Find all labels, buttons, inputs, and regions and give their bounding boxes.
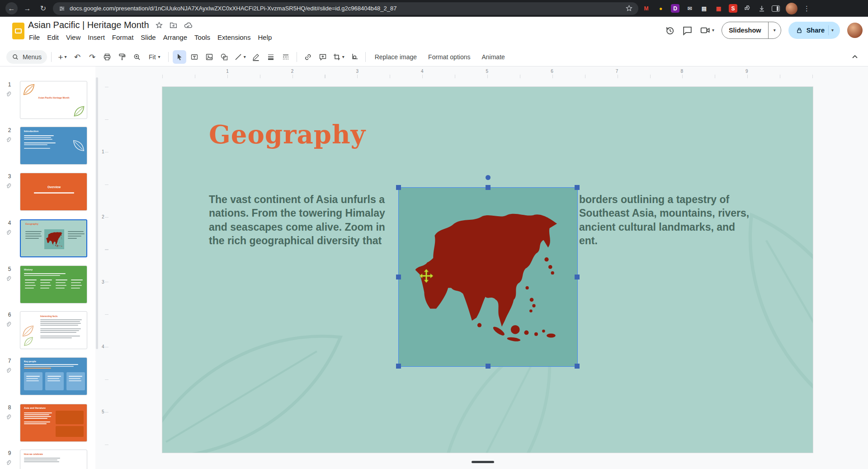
meet-button[interactable]: ▾ (700, 25, 714, 36)
new-slide-caret-icon[interactable]: ▾ (65, 55, 67, 59)
slideshow-caret-icon[interactable]: ▾ (768, 22, 781, 38)
menu-tools[interactable]: Tools (191, 32, 214, 43)
zoom-caret-icon[interactable]: ▾ (158, 55, 160, 59)
bookmark-icon[interactable] (625, 5, 633, 12)
address-bar[interactable]: docs.google.com/presentation/d/1nCiUukoN… (53, 2, 638, 15)
vertical-ruler-ticks (105, 87, 108, 453)
slide-thumbnail-2[interactable]: Introduction (20, 127, 87, 165)
filmstrip-scrollbar[interactable] (96, 77, 98, 349)
menu-view[interactable]: View (62, 32, 84, 43)
refresh-button[interactable]: ↻ (37, 2, 49, 14)
crop-image-button[interactable]: ▾ (331, 50, 346, 64)
menu-edit[interactable]: Edit (43, 32, 62, 43)
browser-menu-icon[interactable]: ⋮ (803, 5, 810, 13)
extension-icon[interactable]: ▤ (700, 4, 708, 13)
document-title[interactable]: Asian Pacific | Heritage Month (28, 20, 149, 30)
meet-caret-icon[interactable]: ▾ (712, 28, 714, 33)
animate-button[interactable]: Animate (476, 50, 509, 64)
menu-file[interactable]: File (25, 32, 43, 43)
slide-thumbnail-7[interactable]: Key people (20, 357, 87, 395)
menu-arrange[interactable]: Arrange (160, 32, 191, 43)
slide-thumbnail-4[interactable]: Geography (20, 219, 87, 257)
h-ruler-number: 8 (680, 69, 683, 74)
text-box-button[interactable] (188, 50, 201, 64)
side-panel-icon[interactable] (772, 5, 780, 12)
menus-label: Menus (23, 53, 42, 61)
selected-asia-map-image[interactable] (399, 188, 577, 366)
move-folder-icon[interactable] (169, 21, 178, 29)
slide-thumbnail-5[interactable]: History (20, 265, 87, 303)
menu-help[interactable]: Help (254, 32, 275, 43)
redo-button[interactable]: ↷ (85, 50, 99, 64)
user-avatar[interactable] (847, 23, 863, 38)
border-weight-button[interactable] (264, 50, 278, 64)
menu-extensions[interactable]: Extensions (214, 32, 254, 43)
insert-shape-button[interactable] (217, 50, 231, 64)
selection-handle[interactable] (396, 185, 401, 190)
extension-icon[interactable]: M (642, 4, 651, 13)
selection-handle[interactable] (575, 275, 580, 280)
thumbnail-title: Asia and literature (24, 407, 46, 410)
forward-button[interactable]: → (21, 2, 33, 14)
selection-handle[interactable] (486, 364, 491, 369)
share-caret-icon[interactable]: ▾ (828, 25, 837, 35)
body-text-right-fragment: ent. (579, 234, 598, 247)
extension-icon[interactable]: D (671, 4, 679, 13)
transition-indicator-icon (5, 367, 11, 374)
downloads-icon[interactable] (758, 5, 766, 13)
slides-logo-icon[interactable] (12, 23, 24, 39)
rotation-handle[interactable] (486, 175, 491, 180)
share-button[interactable]: Share ▾ (788, 22, 840, 39)
extension-icon[interactable]: ✉ (685, 4, 694, 13)
slide-thumbnail-6[interactable]: Interesting facts (20, 311, 87, 349)
browser-profile-avatar[interactable] (786, 3, 797, 14)
extension-icon[interactable]: ▦ (714, 4, 723, 13)
zoom-select[interactable]: Fit▾ (145, 50, 164, 64)
zoom-button[interactable] (130, 50, 144, 64)
insert-line-button[interactable]: ▾ (232, 50, 248, 64)
back-button[interactable]: ← (5, 2, 18, 14)
select-tool-button[interactable] (173, 50, 186, 64)
extension-icon[interactable]: ● (656, 4, 665, 13)
slide-canvas[interactable]: Geography The vast continent of Asia unf… (162, 87, 813, 453)
new-slide-button[interactable]: +▾ (56, 50, 69, 64)
slide-thumbnail-8[interactable]: Asia and literature (20, 404, 87, 442)
insert-link-button[interactable] (301, 50, 315, 64)
slide-thumbnail-1[interactable]: Asian Pacific Heritage Month (20, 81, 87, 119)
menus-search-button[interactable]: Menus (6, 50, 47, 64)
version-history-icon[interactable] (665, 25, 675, 36)
site-info-icon[interactable] (58, 5, 66, 12)
cloud-saved-icon[interactable] (184, 21, 193, 30)
slide-title[interactable]: Geography (209, 119, 366, 149)
add-comment-button[interactable] (316, 50, 330, 64)
crop-image-button-caret-icon[interactable]: ▾ (342, 55, 344, 59)
replace-image-button[interactable]: Replace image (370, 50, 422, 64)
extension-icon[interactable]: S (729, 4, 737, 13)
mask-image-button[interactable] (348, 50, 361, 64)
menu-format[interactable]: Format (108, 32, 137, 43)
selection-handle[interactable] (575, 364, 580, 369)
selection-handle[interactable] (575, 185, 580, 190)
selection-handle[interactable] (396, 275, 401, 280)
selection-handle[interactable] (486, 185, 491, 190)
insert-image-button[interactable] (203, 50, 216, 64)
extensions-puzzle-icon[interactable] (744, 5, 752, 13)
paint-format-button[interactable] (115, 50, 129, 64)
slideshow-button[interactable]: Slideshow ▾ (722, 22, 781, 39)
slide-thumbnail-9[interactable]: How we celebrate (20, 450, 87, 469)
comments-icon[interactable] (682, 25, 693, 36)
border-dash-button[interactable] (279, 50, 292, 64)
selection-handle[interactable] (396, 364, 401, 369)
slide-thumbnail-3[interactable]: Overview (20, 173, 87, 211)
hide-menus-button[interactable] (848, 50, 862, 64)
transition-indicator-icon (5, 183, 11, 189)
menu-slide[interactable]: Slide (137, 32, 159, 43)
format-options-button[interactable]: Format options (423, 50, 475, 64)
border-color-button[interactable] (249, 50, 263, 64)
menu-insert[interactable]: Insert (84, 32, 108, 43)
star-document-icon[interactable] (155, 21, 163, 29)
insert-line-button-caret-icon[interactable]: ▾ (244, 55, 246, 59)
undo-button[interactable]: ↶ (71, 50, 84, 64)
horizontal-scrollbar-thumb[interactable] (472, 461, 494, 463)
print-button[interactable] (100, 50, 114, 64)
